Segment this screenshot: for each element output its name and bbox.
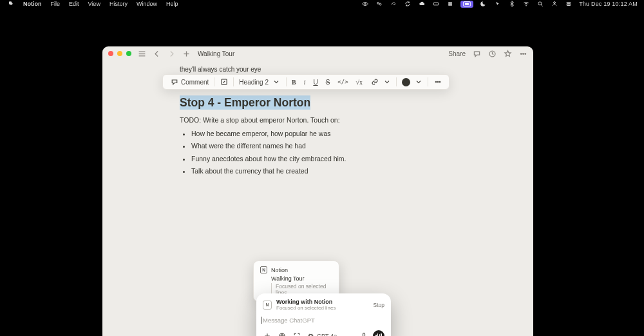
context-page-name: Walking Tour xyxy=(271,275,332,282)
chevron-down-icon xyxy=(414,78,422,86)
comments-icon[interactable] xyxy=(472,49,481,58)
underline-button[interactable]: U xyxy=(310,75,321,89)
menubar-help[interactable]: Help xyxy=(166,1,178,7)
menubar-edit[interactable]: Edit xyxy=(69,1,79,7)
bubbles-icon[interactable] xyxy=(375,0,383,8)
comment-icon xyxy=(170,78,178,86)
gpt-input[interactable]: Message ChatGPT xyxy=(263,317,384,324)
svg-point-5 xyxy=(450,3,451,3)
comment-label: Comment xyxy=(181,79,209,86)
search-icon[interactable] xyxy=(536,0,544,8)
list-item[interactable]: How he became emperor, how popular he wa… xyxy=(191,128,470,140)
todo-text[interactable]: TODO: Write a stop about emperor Norton.… xyxy=(180,116,470,124)
svg-rect-18 xyxy=(567,3,571,4)
new-page-icon[interactable] xyxy=(182,49,191,58)
macos-menubar: Notion File Edit View History Window Hel… xyxy=(0,0,644,8)
mic-button[interactable] xyxy=(359,331,368,336)
traffic-lights[interactable] xyxy=(108,51,131,56)
breadcrumb[interactable]: Walking Tour xyxy=(198,50,234,57)
share-button[interactable]: Share xyxy=(448,50,466,57)
menubar-window[interactable]: Window xyxy=(137,1,157,7)
nav-forward-icon[interactable] xyxy=(167,49,176,58)
svg-point-10 xyxy=(449,5,450,5)
format-toolbar[interactable]: Comment Heading 2 B i U S </> √x xyxy=(162,74,450,90)
italic-button[interactable]: i xyxy=(301,75,309,89)
svg-point-9 xyxy=(451,3,451,4)
page-heading[interactable]: Stop 4 - Emperor Norton xyxy=(180,95,310,110)
eye-icon[interactable] xyxy=(361,0,369,8)
bt-icon[interactable] xyxy=(508,0,516,8)
nav-back-icon[interactable] xyxy=(152,49,161,58)
updates-icon[interactable] xyxy=(488,49,497,58)
list-item[interactable]: Funny anecdotes about how the city embra… xyxy=(191,153,470,165)
moon-icon[interactable] xyxy=(480,0,488,8)
menubar-file[interactable]: File xyxy=(51,1,61,7)
code-button[interactable]: </> xyxy=(334,75,351,89)
suggest-edit-button[interactable] xyxy=(216,75,231,89)
attach-button[interactable] xyxy=(263,331,271,336)
voice-button[interactable] xyxy=(373,330,384,336)
menubar-history[interactable]: History xyxy=(109,1,128,7)
more-icon[interactable] xyxy=(518,49,527,58)
svg-point-32 xyxy=(439,81,440,83)
cloud-icon[interactable] xyxy=(418,0,426,8)
chevron-down-icon xyxy=(383,78,391,86)
list-item[interactable]: What were the different names he had xyxy=(191,140,470,152)
svg-point-2 xyxy=(379,3,381,5)
focus-button[interactable] xyxy=(292,331,301,336)
grid-icon[interactable] xyxy=(446,0,454,8)
sync-icon[interactable] xyxy=(404,0,412,8)
block-type-select[interactable]: Heading 2 xyxy=(236,75,284,89)
prev-line-text[interactable]: they'll always catch your eye xyxy=(180,66,470,73)
bold-button[interactable]: B xyxy=(289,75,299,89)
favorite-icon[interactable] xyxy=(503,49,512,58)
svg-point-28 xyxy=(524,53,526,54)
color-button[interactable] xyxy=(399,75,426,89)
comment-button[interactable]: Comment xyxy=(167,75,212,89)
arrow-icon[interactable] xyxy=(494,0,502,8)
svg-point-8 xyxy=(450,3,451,4)
svg-rect-3 xyxy=(433,3,439,5)
pencil-box-icon xyxy=(220,78,228,86)
svg-point-4 xyxy=(449,3,450,3)
svg-point-0 xyxy=(365,3,366,5)
svg-point-11 xyxy=(450,5,451,5)
sidebar-toggle-icon[interactable] xyxy=(137,49,146,58)
equation-button[interactable]: √x xyxy=(353,75,366,89)
screen-mirror-icon[interactable] xyxy=(460,1,473,8)
svg-point-12 xyxy=(451,5,451,5)
svg-point-27 xyxy=(522,53,524,54)
gpt-title: Working with Notion xyxy=(276,299,336,305)
svg-point-30 xyxy=(435,81,437,83)
control-center-icon[interactable] xyxy=(565,0,573,8)
block-type-label: Heading 2 xyxy=(239,79,269,86)
svg-point-7 xyxy=(449,3,450,4)
menubar-clock[interactable]: Thu Dec 19 10:12 AM xyxy=(579,1,638,7)
model-select[interactable]: GPT-4o xyxy=(307,332,337,336)
link-icon xyxy=(370,78,379,86)
user-icon[interactable] xyxy=(551,0,558,8)
keyboard-icon[interactable] xyxy=(432,0,440,8)
wifi-icon[interactable] xyxy=(522,0,530,8)
list-item[interactable]: Talk about the currency that he created xyxy=(191,165,470,177)
color-dot-icon xyxy=(402,78,410,86)
chatgpt-panel[interactable]: N Working with Notion Focused on selecte… xyxy=(256,293,391,336)
web-button[interactable] xyxy=(278,331,286,336)
strike-button[interactable]: S xyxy=(323,75,334,89)
svg-rect-36 xyxy=(363,333,365,336)
svg-point-6 xyxy=(451,3,451,3)
stop-button[interactable]: Stop xyxy=(374,302,385,308)
link-button[interactable] xyxy=(367,75,394,89)
svg-rect-19 xyxy=(567,5,571,6)
menubar-view[interactable]: View xyxy=(88,1,100,7)
bullet-list[interactable]: How he became emperor, how popular he wa… xyxy=(180,128,470,178)
swirl-icon[interactable] xyxy=(390,0,397,8)
svg-point-15 xyxy=(526,5,527,6)
apple-icon[interactable] xyxy=(6,0,14,8)
menubar-app[interactable]: Notion xyxy=(23,1,42,7)
overflow-button[interactable] xyxy=(430,75,445,89)
gpt-subtitle: Focused on selected lines xyxy=(276,305,336,311)
window-titlebar: Walking Tour Share xyxy=(102,46,533,61)
svg-point-1 xyxy=(377,2,379,4)
notion-app-icon: N xyxy=(260,266,267,273)
